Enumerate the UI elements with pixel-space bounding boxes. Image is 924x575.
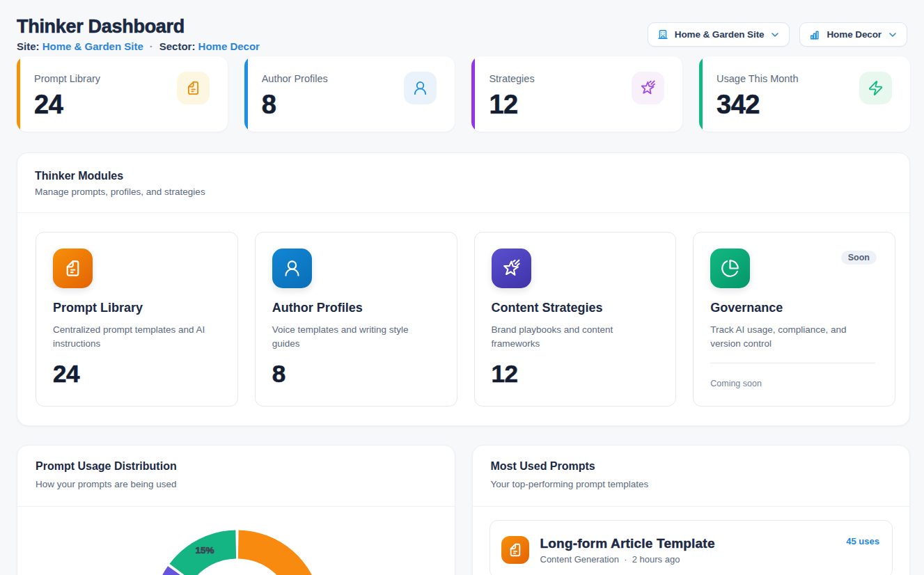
- svg-text:15%: 15%: [195, 545, 214, 556]
